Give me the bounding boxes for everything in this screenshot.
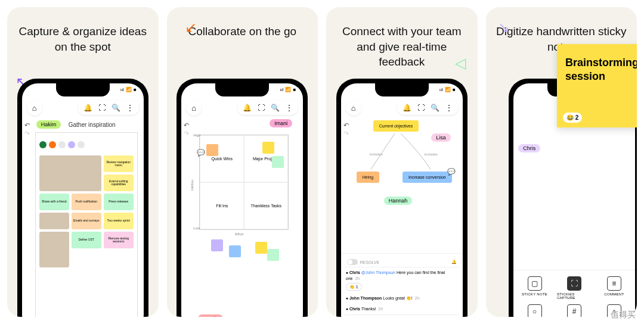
handwritten-sticky[interactable]: Brainstorming session 😂 2 — [557, 44, 637, 127]
search-icon[interactable]: 🔍 — [431, 104, 439, 112]
user-cursor-chris: Chris — [518, 144, 540, 152]
tool-sticky-note[interactable]: ▢STICKY NOTE — [517, 276, 552, 300]
sticky-note[interactable] — [262, 142, 274, 154]
bell-icon[interactable]: 🔔 — [83, 104, 92, 112]
phone-mockup-3: ııl📶■ ⌂ 🔔⛶🔍⋮ ↶↷ Lisa Hannah Current obje… — [336, 79, 467, 317]
panel-collaborate: Collaborate on the go ↙ ııl📶■ ⌂ 🔔 ⛶ 🔍 ⋮ … — [167, 7, 318, 317]
panel-capture: Capture & organize ideas on the spot ↖ ı… — [7, 7, 159, 317]
undo-icon[interactable]: ↶ — [184, 122, 189, 129]
sticky-note[interactable]: Review navigation menu — [104, 155, 134, 172]
sticky-note[interactable] — [229, 245, 241, 257]
image-placeholder — [39, 232, 69, 267]
top-toolbar: 🔔 ⛶ 🔍 ⋮ — [78, 101, 139, 115]
axis-label: Impact — [191, 180, 194, 191]
user-cursor-hakim: Hakim — [36, 120, 61, 129]
sticky-note[interactable]: Emails and surveys — [72, 213, 101, 229]
redo-icon[interactable]: ↷ — [184, 130, 189, 138]
sticky-note[interactable] — [211, 239, 223, 251]
flow-node[interactable]: Current objectives — [373, 120, 419, 132]
comment-icon[interactable]: 💬 — [447, 168, 456, 176]
headline-2: Collaborate on the go — [181, 24, 304, 39]
sticky-note[interactable]: Define OST — [72, 232, 101, 248]
redo-icon[interactable]: ↷ — [343, 130, 349, 138]
tool-shape[interactable]: ○SHAPE — [517, 304, 552, 317]
more-icon[interactable]: ⋮ — [286, 104, 293, 112]
crop-icon[interactable]: ⛶ — [258, 104, 265, 112]
tool-frame[interactable]: #FRAME — [557, 304, 592, 317]
comments-panel: RESOLVE 🔔 ● Chris @John Thompson Here yo… — [341, 253, 463, 317]
sticky-note[interactable]: Push notification — [72, 194, 101, 210]
reaction-badge[interactable]: 😂 2 — [563, 113, 582, 123]
color-palette[interactable] — [39, 136, 134, 153]
sticky-note[interactable]: Remove testing sessions — [104, 232, 134, 248]
axis-label: High — [193, 133, 200, 137]
headline-1: Capture & organize ideas on the spot — [7, 24, 159, 54]
search-icon[interactable]: 🔍 — [112, 104, 120, 112]
comment-icon[interactable]: 💬 — [197, 149, 205, 157]
matrix-quadrant: Fill Ins — [200, 182, 244, 229]
bell-icon[interactable]: 🔔 — [402, 104, 411, 112]
tool-stickies-capture[interactable]: ⛶STICKIES CAPTURE — [557, 276, 592, 300]
flow-node[interactable]: Increase conversion — [402, 172, 452, 183]
more-icon[interactable]: ⋮ — [445, 104, 453, 112]
more-icon[interactable]: ⋮ — [126, 104, 134, 112]
comment-item[interactable]: ● John Thompson Looks great 👏!2h — [345, 293, 459, 304]
matrix-quadrant: Quick Wins — [200, 135, 244, 182]
sticky-note[interactable]: Share with a friend — [39, 194, 69, 210]
sticky-note[interactable] — [272, 156, 284, 168]
bell-icon[interactable]: 🔔 — [451, 260, 457, 264]
arrow-decoration: ◁ — [455, 55, 466, 71]
comment-item[interactable]: ● Chris @John Thompson Here you can find… — [345, 267, 459, 293]
home-button[interactable]: ⌂ — [186, 100, 202, 116]
arrow-decoration: ↙ — [185, 19, 197, 36]
phone-mockup-1: ııl📶■ ⌂ 🔔 ⛶ 🔍 ⋮ ↶ ↷ Hakim Gather inspira… — [17, 79, 148, 317]
arrow-decoration: ↘ — [498, 19, 510, 36]
home-button[interactable]: ⌂ — [27, 100, 42, 116]
undo-redo: ↶ ↷ — [24, 122, 30, 138]
matrix-quadrant: Thankless Tasks — [244, 182, 288, 229]
home-button[interactable]: ⌂ — [346, 100, 361, 116]
sticky-note[interactable]: Extend editing capabilities — [104, 175, 134, 191]
undo-icon[interactable]: ↶ — [24, 122, 30, 129]
tool-comment[interactable]: ≡COMMENT — [597, 276, 632, 300]
search-icon[interactable]: 🔍 — [271, 104, 280, 112]
panel-digitize: Digitize handwritten sticky notes ↘ ııl📶… — [486, 7, 637, 317]
reply-input[interactable]: Leave a reply — [345, 314, 459, 317]
sticky-note[interactable] — [267, 249, 279, 261]
flow-node[interactable]: Hiring — [357, 172, 379, 183]
sticky-note[interactable] — [255, 242, 267, 254]
watermark: 值得买 — [611, 310, 636, 320]
user-cursor-imani: Imani — [270, 119, 292, 127]
image-placeholder — [39, 213, 69, 229]
user-cursor-dustin: Dustin — [198, 314, 223, 317]
sticky-note[interactable] — [206, 144, 218, 156]
status-bar: ııl📶■ — [280, 87, 296, 92]
sticky-note[interactable]: Two weeks sprint — [104, 213, 134, 229]
axis-label: Effort — [235, 232, 243, 236]
panel-feedback: Connect with your team and give real-tim… — [326, 7, 478, 317]
resolve-toggle[interactable] — [347, 259, 358, 265]
image-placeholder — [39, 155, 101, 191]
redo-icon[interactable]: ↷ — [24, 130, 30, 138]
sticky-note[interactable]: Press releases — [104, 194, 134, 210]
bell-icon[interactable]: 🔔 — [243, 104, 252, 112]
undo-icon[interactable]: ↶ — [343, 122, 349, 129]
phone-mockup-2: ııl📶■ ⌂ 🔔 ⛶ 🔍 ⋮ ↶↷ Imani Dustin Ahmed Qu… — [177, 79, 308, 317]
axis-label: Low — [193, 226, 200, 230]
user-cursor-hannah: Hannah — [384, 197, 413, 205]
board-title: Gather inspiration — [69, 122, 116, 128]
status-bar: ııl📶■ — [120, 87, 137, 92]
top-toolbar: 🔔 ⛶ 🔍 ⋮ — [237, 101, 298, 115]
crop-icon[interactable]: ⛶ — [98, 104, 106, 112]
moodboard[interactable]: Review navigation menu Extend editing ca… — [35, 132, 138, 317]
comment-item[interactable]: ● Chris Thanks!2h — [345, 304, 459, 314]
crop-icon[interactable]: ⛶ — [417, 104, 425, 112]
connector-lines — [365, 133, 436, 172]
